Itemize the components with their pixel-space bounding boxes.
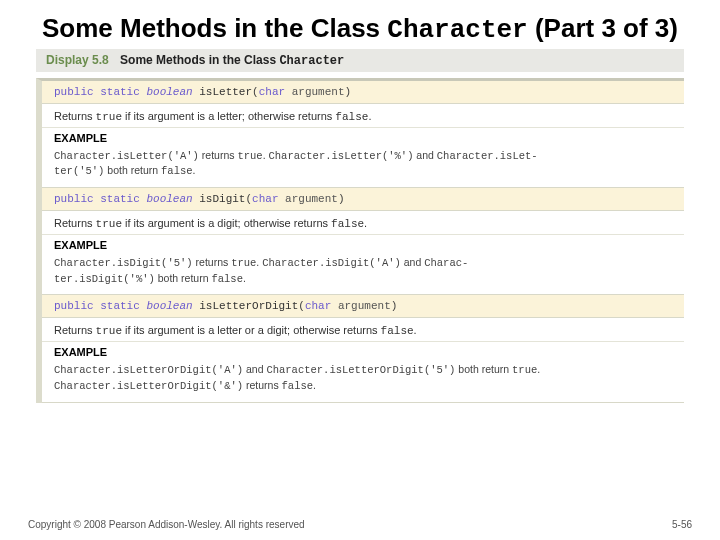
display-header: Display 5.8 Some Methods in the Class Ch… [36, 49, 684, 72]
method-signature: public static boolean isDigit(char argum… [42, 188, 684, 211]
copyright-text: Copyright © 2008 Pearson Addison-Wesley.… [28, 519, 305, 530]
display-title: Some Methods in the Class Character [120, 53, 344, 67]
method-description: Returns true if its argument is a letter… [42, 318, 684, 342]
title-code: Character [387, 15, 527, 45]
example-header: EXAMPLE [42, 342, 684, 360]
example-body: Character.isLetter('A') returns true. Ch… [42, 146, 684, 188]
title-post: (Part 3 of 3) [528, 13, 678, 43]
methods-table: public static boolean isLetter(char argu… [36, 78, 684, 403]
slide-title: Some Methods in the Class Character (Par… [28, 12, 692, 47]
method-description: Returns true if its argument is a letter… [42, 104, 684, 128]
example-body: Character.isDigit('5') returns true. Cha… [42, 253, 684, 295]
slide: Some Methods in the Class Character (Par… [0, 0, 720, 403]
display-number: Display 5.8 [46, 53, 109, 67]
example-header: EXAMPLE [42, 128, 684, 146]
method-signature: public static boolean isLetterOrDigit(ch… [42, 295, 684, 318]
page-number: 5-56 [672, 519, 692, 530]
title-pre: Some Methods in the Class [42, 13, 387, 43]
method-signature: public static boolean isLetter(char argu… [42, 81, 684, 104]
example-body: Character.isLetterOrDigit('A') and Chara… [42, 360, 684, 402]
example-header: EXAMPLE [42, 235, 684, 253]
footer: Copyright © 2008 Pearson Addison-Wesley.… [28, 519, 692, 530]
method-description: Returns true if its argument is a digit;… [42, 211, 684, 235]
